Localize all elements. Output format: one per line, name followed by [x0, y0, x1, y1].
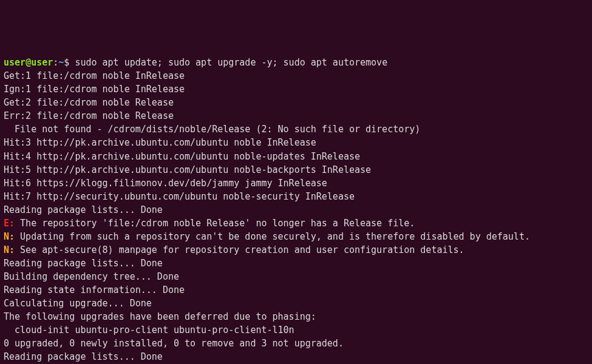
output-line: Reading package lists... Done	[4, 204, 163, 215]
terminal[interactable]: user@user:~$ sudo apt update; sudo apt u…	[4, 56, 588, 364]
output-line: Err:2 file:/cdrom noble Release	[4, 110, 174, 121]
output-line: File not found - /cdrom/dists/noble/Rele…	[4, 124, 420, 135]
output-line: Reading package lists... Done	[4, 258, 163, 269]
notice-prefix: N:	[4, 244, 15, 255]
error-prefix: E:	[4, 218, 15, 229]
output-line: Hit:6 https://klogg.filimonov.dev/deb/ja…	[4, 178, 327, 189]
prompt-colon: :	[53, 57, 58, 68]
output-line: Reading state information... Done	[4, 285, 185, 295]
notice-prefix: N:	[4, 231, 15, 242]
notice-line: N: See apt-secure(8) manpage for reposit…	[4, 244, 464, 255]
command-text: sudo apt update; sudo apt upgrade -y; su…	[75, 57, 387, 68]
output-line: Reading package lists... Done	[4, 351, 163, 362]
output-line: cloud-init ubuntu-pro-client ubuntu-pro-…	[4, 325, 294, 335]
error-line: E: The repository 'file:/cdrom noble Rel…	[4, 218, 415, 229]
prompt-at: @	[26, 57, 31, 68]
output-line: The following upgrades have been deferre…	[4, 311, 316, 322]
output-line: Hit:4 http://pk.archive.ubuntu.com/ubunt…	[4, 151, 360, 162]
output-line: Get:2 file:/cdrom noble Release	[4, 97, 174, 108]
output-line: Building dependency tree... Done	[4, 271, 179, 282]
output-line: Hit:5 http://pk.archive.ubuntu.com/ubunt…	[4, 164, 371, 175]
error-text: The repository 'file:/cdrom noble Releas…	[15, 218, 415, 229]
notice-line: N: Updating from such a repository can't…	[4, 231, 530, 242]
output-line: 0 upgraded, 0 newly installed, 0 to remo…	[4, 338, 344, 349]
output-line: Get:1 file:/cdrom noble InRelease	[4, 70, 185, 81]
output-line: Hit:3 http://pk.archive.ubuntu.com/ubunt…	[4, 137, 316, 148]
notice-text: See apt-secure(8) manpage for repository…	[15, 244, 464, 255]
output-line: Hit:7 http://security.ubuntu.com/ubuntu …	[4, 191, 355, 202]
output-line: Ign:1 file:/cdrom noble InRelease	[4, 84, 185, 95]
prompt-line-1: user@user:~$ sudo apt update; sudo apt u…	[4, 57, 387, 68]
output-line: Calculating upgrade... Done	[4, 298, 152, 309]
prompt-user: user	[4, 57, 26, 68]
notice-text: Updating from such a repository can't be…	[15, 231, 530, 242]
prompt-dollar: $	[64, 57, 69, 68]
prompt-path: ~	[58, 57, 64, 68]
prompt-host: user	[31, 57, 53, 68]
